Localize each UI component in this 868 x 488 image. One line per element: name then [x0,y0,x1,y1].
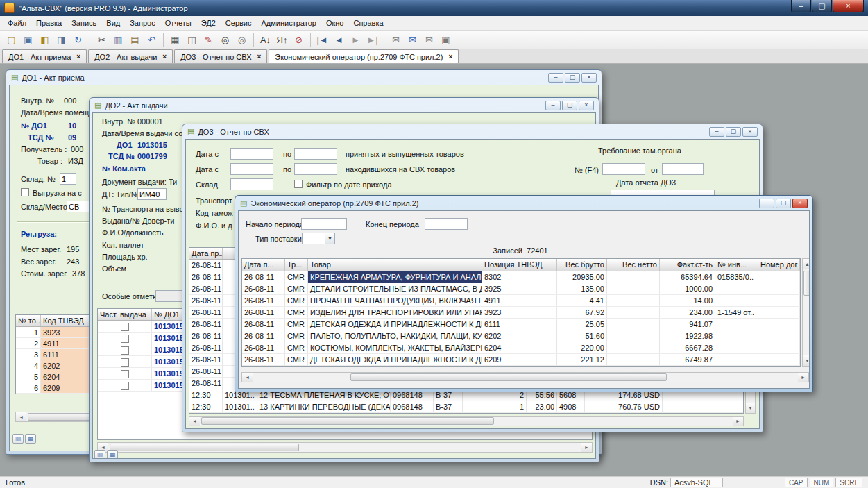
mail-archive-button[interactable]: ▣ [438,32,454,47]
menu-item[interactable]: Вид [101,17,125,29]
clear-filter-button[interactable]: ⊘ [291,32,307,47]
document-tab[interactable]: ДО1 - Акт приема × [2,49,87,63]
partial-issue-checkbox[interactable] [121,382,129,390]
close-button[interactable]: × [581,73,597,83]
col-gross-weight-header[interactable]: Вес брутто [557,259,607,271]
date-from-input-1[interactable] [230,148,273,160]
minimize-button[interactable]: – [545,101,561,110]
mail-send-button[interactable]: ✉ [405,32,420,47]
next-record-button[interactable]: ► [348,32,364,47]
app-close-button[interactable]: × [833,0,864,12]
tab-close-icon[interactable]: × [448,53,452,60]
last-record-button[interactable]: ►| [364,32,380,47]
print-button[interactable]: ▦ [167,32,183,47]
col-goods-header[interactable]: Товар [308,259,482,271]
minimize-button[interactable]: – [709,127,724,137]
maximize-button[interactable]: ▢ [565,73,580,83]
edit-report-button[interactable]: ✎ [201,32,216,47]
col-invoice-value-header[interactable]: Факт.ст-ть [660,259,715,271]
delivery-type-select[interactable]: ▼ [302,233,335,244]
goods-row[interactable]: 26-08-11 СМR .. КОСТЮМЫ, КОМПЛЕКТЫ, ЖАКЕ… [242,342,800,354]
document-tab[interactable]: ДО3 - Отчет по СВХ × [174,49,267,63]
find-next-button[interactable]: ◎ [234,32,250,47]
maximize-button[interactable]: ▢ [562,101,577,110]
minimize-button[interactable]: – [759,199,774,208]
col-net-weight-header[interactable]: Вес нетто [607,259,660,271]
close-button[interactable]: × [792,199,808,208]
col-number-header[interactable]: № то... [16,315,41,326]
window-do2-titlebar[interactable]: ▤ ДО2 - Акт выдачи – ▢ × [92,98,596,112]
window-eo-titlebar[interactable]: ▤ Экономический оператор (пр.2709 ФТС пр… [238,196,810,210]
scroll-right-icon[interactable]: ► [798,373,808,382]
menu-item[interactable]: Файл [3,17,31,29]
refresh-button[interactable]: ↻ [70,32,86,47]
minimize-button[interactable]: – [548,73,563,83]
arrival-date-filter-checkbox[interactable] [294,180,303,188]
form-view-icon[interactable]: ▥ [12,434,24,444]
partial-issue-checkbox[interactable] [121,358,129,367]
col-partial-issue-header[interactable]: Част. выдача [98,309,152,320]
paste-button[interactable]: ▤ [127,32,143,47]
scroll-right-icon[interactable]: ► [733,417,743,426]
period-start-input[interactable] [301,218,347,230]
form-view-icon[interactable]: ▥ [94,450,105,459]
scroll-left-icon[interactable]: ◄ [16,412,26,421]
close-button[interactable]: × [579,101,594,110]
scroll-down-icon[interactable]: ▼ [803,355,810,366]
scroll-up-icon[interactable]: ▲ [803,259,810,269]
window-economic-operator[interactable]: ▤ Экономический оператор (пр.2709 ФТС пр… [235,195,813,392]
window-do1-titlebar[interactable]: ▤ ДО1 - Акт приема – ▢ × [9,70,599,85]
period-end-input[interactable] [425,218,468,230]
document-tab[interactable]: ДО2 - Акт выдачи × [88,49,173,63]
menu-item[interactable]: Правка [31,17,67,29]
tab-close-icon[interactable]: × [76,53,80,60]
goods-row[interactable]: 26-08-11 СМR .. ИЗДЕЛИЯ ДЛЯ ТРАНСПОРТИРО… [242,307,800,319]
partial-issue-checkbox[interactable] [121,370,129,378]
document-tab[interactable]: Экономический оператор (пр.2709 ФТС прил… [269,49,459,63]
goods-row[interactable]: 26-08-11 СМR .. КРЕПЕЖНАЯ АРМАТУРА, ФУРН… [242,271,800,283]
menu-item[interactable]: Окно [321,17,349,29]
col-tnved-header[interactable]: Код ТНВЭД [41,315,94,326]
grid-view-icon[interactable]: ▦ [107,450,118,459]
request-date-input[interactable] [662,163,704,175]
close-button[interactable]: × [742,127,758,137]
mail-new-button[interactable]: ✉ [388,32,404,47]
eo-horizontal-scrollbar[interactable]: ◄ ► [241,372,809,382]
date-from-input-2[interactable] [230,163,273,175]
maximize-button[interactable]: ▢ [726,127,741,137]
cut-button[interactable]: ✂ [94,32,110,47]
maximize-button[interactable]: ▢ [776,199,791,208]
unload-checkbox[interactable] [21,188,29,196]
tab-close-icon[interactable]: × [257,53,262,60]
partial-issue-checkbox[interactable] [121,346,129,355]
col-inv-number-header[interactable]: № инв... [715,259,758,271]
scroll-down-icon[interactable]: ▼ [746,403,755,413]
report-row[interactable]: 12:30 101301.. 13 КАРТИНКИ ПЕРЕВОДНЫЕ (Д… [189,401,743,413]
col-date-header[interactable]: Дата п... [242,259,285,271]
goods-row[interactable]: 26-08-11 СМR .. ДЕТСКАЯ ОДЕЖДА И ПРИНАДЛ… [242,354,800,366]
sort-asc-button[interactable]: А↓ [257,32,273,47]
eo-vertical-scrollbar[interactable]: ▲ ▼ [802,258,810,367]
sort-desc-button[interactable]: Я↑ [274,32,290,47]
copy-record-button[interactable]: ◧ [37,32,53,47]
warehouse-input[interactable] [230,178,273,190]
warehouse-number-input[interactable] [60,173,76,185]
scroll-left-icon[interactable]: ◄ [189,417,200,426]
app-titlebar[interactable]: "Альта-СВХ" (версия PRO 9.9) - Администр… [0,0,868,16]
menu-item[interactable]: Запись [67,17,101,29]
date-to-input-1[interactable] [294,148,337,160]
dt-type-input[interactable] [137,188,167,200]
do2-horizontal-scrollbar[interactable]: ◄ ► [97,442,593,453]
undo-button[interactable]: ↶ [144,32,160,47]
col-tnved-header[interactable]: Позиция ТНВЭД [482,259,557,271]
grid-view-icon[interactable]: ▦ [25,434,36,444]
menu-item[interactable]: Справка [348,17,388,29]
partial-issue-checkbox[interactable] [121,323,129,331]
col-contract-number-header[interactable]: Номер дог [758,259,800,271]
goods-row[interactable]: 26-08-11 СМR .. ДЕТАЛИ СТРОИТЕЛЬНЫЕ ИЗ П… [242,283,800,295]
col-arrival-date-header[interactable]: Дата пр... [189,248,223,259]
goods-row[interactable]: 26-08-11 СМR .. ДЕТСКАЯ ОДЕЖДА И ПРИНАДЛ… [242,319,800,330]
scroll-left-icon[interactable]: ◄ [242,373,253,382]
find-button[interactable]: ◎ [217,32,233,47]
menu-item[interactable]: ЭД2 [196,17,221,29]
